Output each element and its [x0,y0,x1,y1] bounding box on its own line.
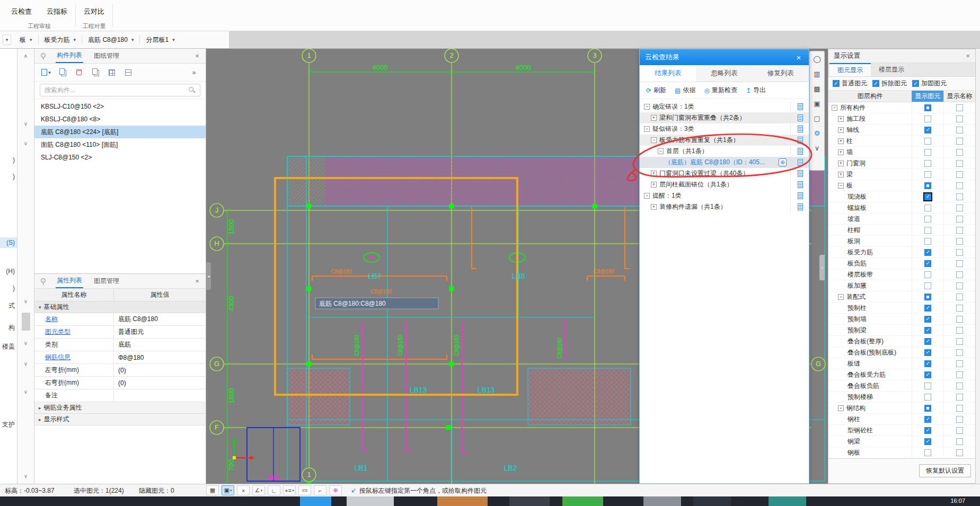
right-panel-expander[interactable]: › [819,255,825,280]
archive-component-button[interactable] [105,66,118,79]
check-result-item[interactable]: +层间柱截面错位（共1条） [640,179,809,190]
show-element-checkbox[interactable] [924,360,931,367]
show-name-checkbox[interactable] [956,416,963,423]
taskbar-app-thumbnail[interactable] [769,496,806,506]
expand-icon[interactable]: + [838,116,844,122]
show-name-checkbox[interactable] [956,260,963,267]
show-element-checkbox[interactable] [924,138,931,145]
show-element-checkbox[interactable] [924,171,931,178]
tab-property-list[interactable]: 属性列表 [56,274,83,288]
layer-row[interactable]: 板受力筋 [828,247,975,258]
show-element-checkbox[interactable] [924,149,931,156]
close-icon[interactable]: × [966,52,970,60]
show-element-checkbox[interactable] [924,405,931,412]
chevron-down-icon[interactable]: ∨ [17,361,34,367]
show-element-checkbox[interactable] [924,338,931,345]
layer-row[interactable]: 预制墙 [828,314,975,325]
collapse-icon[interactable]: − [658,148,664,154]
export-button[interactable]: ↥导出 [746,86,766,95]
detail-page-icon[interactable] [798,114,803,121]
layer-row[interactable]: 预制柱 [828,303,975,314]
show-element-checkbox[interactable] [924,294,931,300]
show-name-checkbox[interactable] [956,360,963,367]
collapse-up-icon[interactable]: ∧ [17,53,34,59]
nav-rail-item[interactable]: 构 [0,322,17,333]
iso-view-icon[interactable]: ▩ [813,84,822,93]
show-element-checkbox[interactable] [924,127,931,134]
show-name-checkbox[interactable] [956,138,963,145]
chevron-down-icon[interactable]: ∨ [17,140,34,146]
collapse-icon[interactable]: − [838,294,844,300]
close-icon[interactable]: × [794,53,804,62]
show-element-checkbox[interactable] [924,260,931,267]
check-result-item[interactable]: +梁和门窗洞布置重叠（共2条） [640,112,809,123]
increment-icon[interactable]: +=▾ [283,485,296,495]
show-element-checkbox[interactable] [924,316,931,323]
property-value[interactable]: 底筋 [114,339,206,351]
taskbar-app-thumbnail[interactable] [347,496,394,506]
locate-point-icon[interactable]: ⊕ [329,485,342,495]
two-d-view-icon[interactable]: ▣ [813,99,822,108]
tab-fix-list[interactable]: 修复列表 [753,65,809,82]
layer-row[interactable]: +梁 [828,169,975,180]
expand-icon[interactable]: + [651,171,657,176]
layer-row[interactable]: +施工段 [828,113,975,125]
show-name-checkbox[interactable] [956,216,963,223]
filter-checkbox[interactable] [833,80,840,87]
check-result-item[interactable]: +装修构件遗漏（共1条） [640,201,809,212]
show-element-checkbox[interactable] [924,427,931,434]
layer-row[interactable]: 型钢砼柱 [828,425,975,436]
tab-component-list[interactable]: 构件列表 [56,49,83,63]
layer-row[interactable]: +墙 [828,147,975,158]
tab-layer-management[interactable]: 图层管理 [93,274,120,288]
property-value[interactable]: Φ8@180 [114,351,206,363]
show-element-checkbox[interactable] [924,205,931,211]
layer-row[interactable]: −所有构件 [828,102,975,113]
nav-rail-item[interactable]: 楼盖 [0,341,17,352]
show-name-checkbox[interactable] [956,305,963,312]
box-select-icon[interactable]: ▢ [813,113,822,123]
show-name-checkbox[interactable] [956,427,963,434]
layer-row[interactable]: 柱帽 [828,225,975,236]
expand-icon[interactable]: + [651,182,657,188]
show-name-checkbox[interactable] [956,383,963,389]
recheck-button[interactable]: ◎重新检查 [704,86,737,95]
show-element-checkbox[interactable] [924,116,931,122]
show-name-checkbox[interactable] [956,205,963,211]
check-result-item[interactable]: −确定错误：1类 [640,101,809,112]
detail-page-icon[interactable] [798,137,803,144]
show-name-checkbox[interactable] [956,182,963,189]
layer-row[interactable]: 楼层板带 [828,269,975,280]
layer-row[interactable]: 钢柱 [828,414,975,425]
show-element-checkbox[interactable] [924,394,931,401]
layer-row[interactable]: +柱 [828,136,975,147]
show-name-checkbox[interactable] [956,449,963,456]
settings-gear-icon[interactable]: ⚙ [813,128,822,138]
element-filter[interactable]: 拆除图元 [872,79,907,88]
show-name-checkbox[interactable] [956,104,963,111]
panel-collapse-handle[interactable]: ◂ [206,262,211,290]
taskbar-app-thumbnail[interactable] [562,496,603,506]
angle-snap-icon[interactable]: ∠▾ [252,485,265,495]
show-name-checkbox[interactable] [956,227,963,234]
layer-row[interactable]: 现浇板 [828,191,975,202]
show-element-checkbox[interactable] [924,216,931,223]
check-result-item[interactable]: −首层（共1条） [640,146,809,157]
layer-row[interactable]: 叠合板受力筋 [828,369,975,380]
layer-row[interactable]: −钢结构 [828,403,975,414]
property-name[interactable]: 钢筋信息 [34,351,114,363]
tab-ignore-list[interactable]: 忽略列表 [696,65,752,82]
collapse-icon[interactable]: − [644,193,650,199]
property-name[interactable]: 名称 [34,313,114,325]
more-tools-button[interactable]: » [188,66,200,79]
tab-floor-display[interactable]: 楼层显示 [871,63,912,76]
show-element-checkbox[interactable] [924,238,931,245]
snap-mode-icon[interactable]: ▣▾ [222,485,234,495]
layer-row[interactable]: +轴线 [828,125,975,136]
element-filter[interactable]: 加固图元 [912,79,947,88]
collapse-icon[interactable]: − [832,105,837,111]
component-list-item[interactable]: KBSLJ-C8@180 <8> [34,113,206,126]
show-name-checkbox[interactable] [956,160,963,167]
chevron-down-icon[interactable]: ∨ [17,389,34,395]
show-name-checkbox[interactable] [956,238,963,245]
